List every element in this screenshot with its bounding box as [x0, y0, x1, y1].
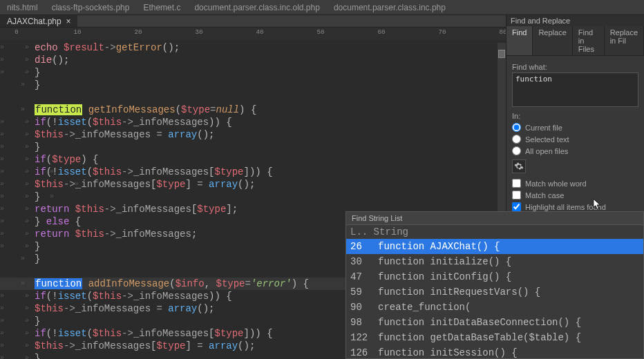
file-tab[interactable]: nits.html — [0, 0, 45, 14]
code-line[interactable]: » » »} — [0, 191, 506, 203]
scope-selected-text[interactable]: Selected text — [512, 133, 638, 145]
file-tab[interactable]: Ethemet.c — [136, 0, 187, 14]
find-what-label: Find what: — [512, 63, 638, 71]
code-line[interactable]: » » » »$this->_infoMessages[$type] = arr… — [0, 178, 506, 191]
tab-replace[interactable]: Replace — [533, 26, 572, 55]
code-line[interactable]: » » »if(!isset($this->_infoMessages[$typ… — [0, 166, 506, 178]
code-line[interactable]: » »} — [0, 66, 506, 79]
scope-current-file[interactable]: Current file — [512, 122, 638, 133]
find-result-row[interactable]: 26 function AJAXChat() { — [346, 239, 643, 254]
file-tab[interactable]: class-ftp-sockets.php — [45, 0, 137, 14]
code-line[interactable]: »} — [0, 79, 506, 91]
code-line[interactable]: » »} — [0, 141, 506, 153]
find-result-row[interactable]: 59 function initRequestVars() { — [346, 284, 643, 300]
find-string-list-panel: Find String List L.. String 26 function … — [345, 211, 644, 359]
file-tab[interactable]: document.parser.class.inc.php — [327, 0, 453, 14]
find-result-row[interactable]: 30 function initialize() { — [346, 254, 643, 269]
scrollbar-thumb[interactable] — [498, 50, 505, 58]
tab-replace-in-files[interactable]: Replace in Fil — [605, 26, 644, 55]
find-result-row[interactable]: 126 function initSession() { — [346, 345, 643, 359]
find-result-row[interactable]: 98 function initDataBaseConnection() { — [346, 315, 643, 330]
code-line[interactable]: » » »die(); — [0, 54, 506, 66]
find-input[interactable]: function — [512, 72, 638, 107]
find-result-row[interactable]: 47 function initConfig() { — [346, 269, 643, 284]
file-tab[interactable]: document.parser.class.inc.old.php — [187, 0, 326, 14]
find-result-row[interactable]: 122 function getDataBaseTable($table) { — [346, 330, 643, 345]
file-tab-bar: nits.html class-ftp-sockets.php Ethemet.… — [0, 0, 644, 15]
scope-all-open-files[interactable]: All open files — [512, 145, 638, 157]
find-list-title: Find String List — [346, 212, 643, 225]
column-ruler: 0 10 20 30 40 50 60 70 80 — [0, 28, 506, 40]
code-line[interactable]: »function getInfoMessages($type=null) { — [0, 104, 506, 116]
close-tab-icon[interactable]: × — [66, 17, 70, 26]
in-label: In: — [512, 112, 638, 120]
panel-title: Find and Replace — [506, 15, 644, 26]
opt-match-case[interactable]: Match case — [512, 189, 638, 201]
code-line[interactable] — [0, 91, 506, 104]
code-line[interactable]: » »if($type) { — [0, 153, 506, 166]
code-line[interactable]: » » »echo $result->getError(); — [0, 41, 506, 54]
tab-find[interactable]: Find — [506, 26, 533, 55]
find-list-header: L.. String — [346, 225, 643, 239]
find-result-row[interactable]: 90 create_function( — [346, 300, 643, 315]
code-line[interactable]: » » »$this->_infoMessages = array(); — [0, 128, 506, 141]
active-file-tab[interactable]: AJAXChat.php × — [0, 15, 77, 27]
tab-find-in-files[interactable]: Find in Files — [573, 26, 605, 55]
gear-icon[interactable] — [512, 159, 526, 173]
code-line[interactable]: » »if(!isset($this->_infoMessages)) { — [0, 116, 506, 128]
opt-match-whole-word[interactable]: Match whole word — [512, 177, 638, 189]
